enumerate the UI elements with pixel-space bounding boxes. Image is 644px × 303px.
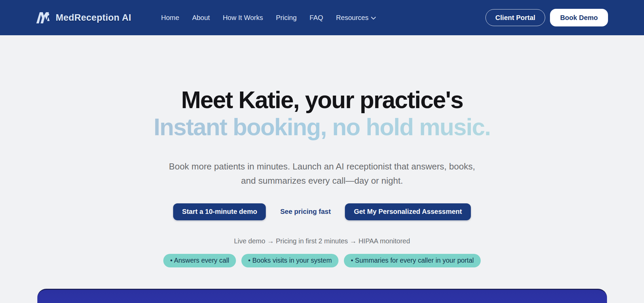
chevron-down-icon (371, 17, 376, 20)
hero-section: Meet Katie, your practice's Instant book… (0, 35, 644, 267)
badge-books-visits: • Books visits in your system (241, 254, 338, 267)
badge-summaries-portal: • Summaries for every caller in your por… (344, 254, 480, 267)
brand-logo[interactable]: MedReception AI (36, 12, 131, 24)
brand-name: MedReception AI (56, 13, 131, 23)
hero-subtitle: Book more patients in minutes. Launch an… (0, 159, 644, 188)
nav-actions: Client Portal Book Demo (485, 9, 608, 26)
navbar: MedReception AI Home About How It Works … (0, 0, 644, 35)
cta-row: Start a 10-minute demo See pricing fast … (0, 203, 644, 220)
nav-link-faq[interactable]: FAQ (310, 14, 323, 22)
book-demo-button[interactable]: Book Demo (550, 9, 608, 26)
personalized-assessment-button[interactable]: Get My Personalized Assessment (345, 203, 471, 220)
brand-logo-icon (36, 12, 52, 24)
start-demo-button[interactable]: Start a 10-minute demo (173, 203, 266, 220)
see-pricing-link[interactable]: See pricing fast (280, 208, 331, 216)
nav-link-resources-label: Resources (336, 14, 369, 22)
badge-answers-every-call: • Answers every call (163, 254, 236, 267)
nav-link-about[interactable]: About (192, 14, 210, 22)
nav-link-home[interactable]: Home (161, 14, 179, 22)
hero-subtitle-line2: and summarizes every call—day or night. (0, 174, 644, 188)
nav-links: Home About How It Works Pricing FAQ Reso… (161, 14, 376, 22)
feature-badges: • Answers every call • Books visits in y… (0, 254, 644, 267)
hero-subtitle-line1: Book more patients in minutes. Launch an… (0, 159, 644, 174)
nav-link-how-it-works[interactable]: How It Works (223, 14, 263, 22)
hero-title: Meet Katie, your practice's Instant book… (0, 87, 644, 141)
hero-tagline: Live demo → Pricing in first 2 minutes →… (0, 237, 644, 245)
bottom-panel (37, 289, 607, 303)
client-portal-button[interactable]: Client Portal (485, 9, 545, 26)
hero-title-line1: Meet Katie, your practice's (0, 87, 644, 114)
nav-link-resources[interactable]: Resources (336, 14, 376, 22)
hero-title-line2: Instant booking, no hold music. (0, 114, 644, 141)
nav-link-pricing[interactable]: Pricing (276, 14, 297, 22)
